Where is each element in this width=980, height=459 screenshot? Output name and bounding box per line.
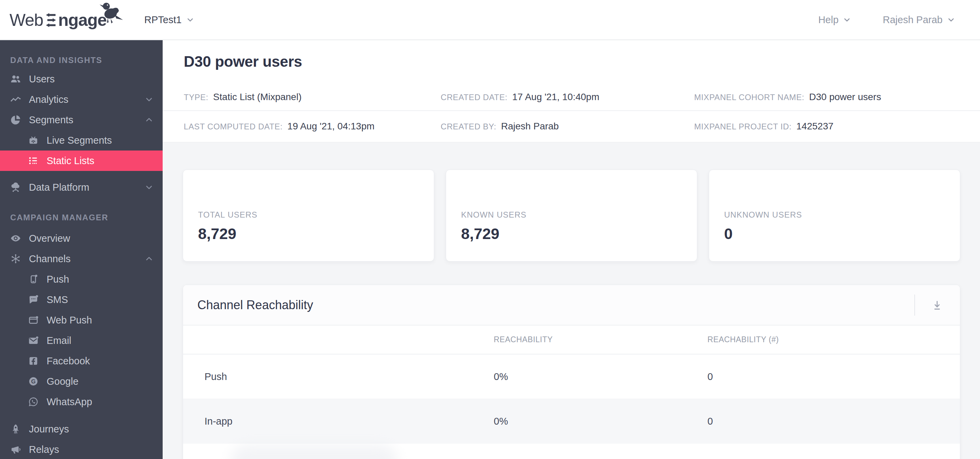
webengage-logo[interactable]: Web ngage [10, 8, 107, 32]
overview-icon [10, 232, 22, 244]
meta-value: 1425237 [796, 121, 833, 132]
sidebar-item-label: Email [47, 335, 72, 346]
sidebar: DATA AND INSIGHTS Users Analytics [0, 40, 163, 459]
project-name: RPTest1 [144, 14, 182, 26]
channel-reachability-title: Channel Reachability [197, 298, 313, 312]
email-icon [27, 335, 40, 347]
meta-created-by: CREATED BY: Rajesh Parab [441, 121, 694, 132]
relays-icon [10, 443, 22, 456]
meta-value: 17 Aug '21, 10:40pm [512, 92, 599, 102]
cell-reachability-count: 0 [708, 371, 960, 382]
user-menu[interactable]: Rajesh Parab [883, 14, 956, 26]
overlay-artifact [231, 445, 398, 459]
sidebar-item-label: Users [29, 73, 55, 85]
sidebar-item-label: Relays [29, 444, 59, 455]
meta-value: Rajesh Parab [501, 121, 559, 132]
page-header: D30 power users TYPE: Static List (Mixpa… [163, 40, 980, 142]
sidebar-item-push[interactable]: Push [0, 269, 163, 289]
cell-reachability-count: 0 [708, 416, 960, 427]
stat-value: 0 [724, 225, 960, 243]
sidebar-item-google[interactable]: G Google [0, 371, 163, 392]
sms-icon [27, 293, 40, 306]
cell-reachability: 0% [494, 416, 708, 427]
table-row-push: Push 0% 0 [183, 354, 960, 399]
sidebar-item-label: Analytics [29, 94, 68, 105]
journeys-icon [10, 423, 22, 435]
chevron-down-icon [186, 15, 195, 24]
sidebar-item-users[interactable]: Users [0, 69, 163, 89]
meta-created-date: CREATED DATE: 17 Aug '21, 10:40pm [441, 92, 694, 102]
topbar-right: Help Rajesh Parab [818, 0, 956, 40]
sidebar-item-overview[interactable]: Overview [0, 228, 163, 249]
meta-row-1: TYPE: Static List (Mixpanel) CREATED DAT… [163, 84, 980, 111]
cell-channel: Push [205, 371, 494, 382]
chevron-down-icon [843, 15, 851, 24]
sidebar-item-label: Data Platform [29, 182, 89, 193]
stat-label: UNKNOWN USERS [724, 210, 960, 220]
sidebar-item-journeys[interactable]: Journeys [0, 419, 163, 439]
sidebar-item-label: Overview [29, 233, 70, 244]
meta-last-computed-date: LAST COMPUTED DATE: 19 Aug '21, 04:13pm [184, 121, 441, 132]
meta-label: CREATED DATE: [441, 92, 508, 102]
meta-label: LAST COMPUTED DATE: [184, 122, 283, 131]
meta-mixpanel-project-id: MIXPANEL PROJECT ID: 1425237 [694, 121, 980, 132]
sidebar-item-relays[interactable]: Relays [0, 439, 163, 459]
sidebar-section-campaign-manager: CAMPAIGN MANAGER [10, 212, 163, 223]
channel-reachability-header: Channel Reachability [183, 285, 960, 325]
topbar: Web ngage RPTest1 [0, 0, 980, 40]
download-button[interactable] [914, 285, 960, 325]
logo-text-web: Web [10, 10, 43, 30]
table-row-in-app: In-app 0% 0 [183, 399, 960, 444]
sidebar-item-email[interactable]: Email [0, 330, 163, 351]
static-lists-icon [27, 155, 40, 167]
sidebar-item-sms[interactable]: SMS [0, 289, 163, 310]
logo-arrows-e-icon [45, 11, 57, 29]
web-push-icon [27, 314, 40, 326]
sidebar-item-data-platform[interactable]: Data Platform [0, 177, 163, 198]
project-selector[interactable]: RPTest1 [144, 0, 195, 40]
data-platform-icon [10, 181, 22, 193]
cell-channel: In-app [205, 416, 494, 427]
sidebar-item-static-lists[interactable]: Static Lists [0, 150, 163, 171]
push-icon [27, 273, 40, 285]
download-icon [931, 299, 943, 312]
help-label: Help [818, 14, 839, 26]
chevron-up-icon [144, 115, 154, 124]
stat-value: 8,729 [198, 225, 434, 243]
sidebar-item-label: Segments [29, 115, 73, 126]
main-content: D30 power users TYPE: Static List (Mixpa… [163, 40, 980, 459]
sidebar-item-segments[interactable]: Segments [0, 110, 163, 130]
meta-type: TYPE: Static List (Mixpanel) [184, 92, 441, 102]
sidebar-item-label: Journeys [29, 424, 69, 435]
sidebar-section-data-insights: DATA AND INSIGHTS [10, 55, 163, 65]
chevron-down-icon [144, 95, 154, 104]
sidebar-item-label: SMS [47, 294, 68, 306]
stat-label: KNOWN USERS [461, 210, 697, 220]
sidebar-item-label: Channels [29, 253, 71, 265]
column-header-reachability: REACHABILITY [494, 335, 708, 344]
channels-icon [10, 253, 22, 265]
help-menu[interactable]: Help [818, 14, 852, 26]
chevron-down-icon [144, 183, 154, 192]
stat-value: 8,729 [461, 225, 697, 243]
sidebar-item-label: Static Lists [47, 155, 94, 166]
stat-cards: TOTAL USERS 8,729 KNOWN USERS 8,729 UNKN… [183, 170, 960, 261]
sidebar-item-analytics[interactable]: Analytics [0, 89, 163, 110]
sidebar-item-whatsapp[interactable]: WhatsApp [0, 392, 163, 412]
facebook-icon [27, 355, 40, 367]
sidebar-item-web-push[interactable]: Web Push [0, 310, 163, 330]
analytics-icon [10, 93, 22, 105]
stat-label: TOTAL USERS [198, 210, 434, 220]
whatsapp-icon [27, 396, 40, 408]
page-title: D30 power users [163, 40, 980, 70]
sidebar-item-label: WhatsApp [47, 396, 92, 408]
chevron-down-icon [947, 15, 956, 24]
chevron-up-icon [144, 254, 154, 263]
reachability-table-header: REACHABILITY REACHABILITY (#) [183, 325, 960, 354]
meta-label: TYPE: [184, 92, 208, 102]
meta-value: Static List (Mixpanel) [213, 92, 301, 102]
user-name: Rajesh Parab [883, 14, 943, 26]
sidebar-item-facebook[interactable]: Facebook [0, 351, 163, 371]
sidebar-item-live-segments[interactable]: Live Segments [0, 130, 163, 150]
sidebar-item-channels[interactable]: Channels [0, 249, 163, 269]
